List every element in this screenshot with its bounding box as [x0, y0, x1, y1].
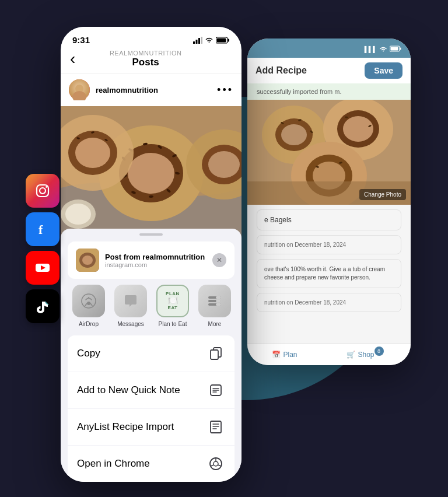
svg-point-2: [46, 186, 47, 188]
recipe-name-field[interactable]: e Bagels: [257, 209, 401, 230]
close-icon[interactable]: ✕: [212, 253, 226, 267]
quick-note-action[interactable]: Add to New Quick Note: [68, 372, 235, 409]
more-app[interactable]: More: [198, 285, 231, 327]
plan-to-eat-label: Plan to Eat: [159, 321, 187, 327]
airdrop-app[interactable]: AirDrop: [72, 285, 105, 327]
svg-rect-27: [193, 41, 195, 44]
svg-rect-7: [400, 48, 401, 50]
share-source-domain: instagram.com: [105, 261, 205, 268]
svg-line-87: [211, 465, 214, 466]
quick-note-label: Add to New Quick Note: [77, 384, 180, 396]
share-source-thumbnail: [76, 249, 99, 272]
airdrop-icon: [72, 285, 105, 317]
change-photo-button[interactable]: Change Photo: [359, 189, 406, 200]
back-phone-status-bar: ▌▌▌: [247, 38, 411, 58]
svg-point-15: [343, 116, 373, 142]
share-apps-row: AirDrop Messages PLAN: [61, 285, 242, 327]
import-success-message: successfully imported from m.: [247, 83, 411, 100]
svg-rect-71: [216, 296, 221, 299]
svg-point-12: [281, 124, 307, 145]
instagram-icon[interactable]: [26, 174, 60, 208]
tiktok-icon[interactable]: [26, 289, 60, 323]
svg-text:f: f: [38, 222, 43, 237]
signal-icon: ▌▌▌: [365, 46, 377, 52]
back-phone-footer: 📅 Plan 🛒 Shop 8: [247, 344, 411, 365]
page-title: Posts: [110, 57, 182, 68]
save-button[interactable]: Save: [365, 62, 402, 79]
svg-rect-73: [216, 303, 221, 306]
anylist-action[interactable]: AnyList Recipe Import: [68, 409, 235, 446]
plan-to-eat-icon: PLAN 🍽️ EAT: [156, 285, 189, 317]
share-source-title: Post from realmomnutrition: [105, 253, 205, 261]
status-time: 9:31: [72, 35, 90, 45]
svg-point-67: [87, 302, 90, 305]
recipe-source2-field: nutrition on December 18, 2024: [257, 293, 401, 312]
share-sheet: Post from realmomnutrition instagram.com…: [61, 229, 242, 482]
recipe-notes-field[interactable]: ove that's 100% worth it. Give a a tub o…: [257, 259, 401, 288]
messages-label: Messages: [117, 321, 144, 327]
wifi-icon: [379, 46, 387, 53]
anylist-label: AnyList Recipe Import: [77, 421, 174, 433]
tab-shop[interactable]: 🛒 Shop 8: [346, 350, 386, 359]
back-phone: ▌▌▌ Add Recipe Save successfully importe…: [247, 38, 411, 365]
chrome-icon: [206, 454, 225, 473]
youtube-icon[interactable]: [26, 251, 60, 285]
recipe-fields: e Bagels nutrition on December 18, 2024 …: [247, 205, 411, 321]
scene: f ▌▌▌: [26, 21, 422, 476]
svg-rect-28: [196, 40, 198, 44]
messages-app[interactable]: Messages: [114, 285, 147, 327]
status-icons: [193, 37, 230, 44]
svg-rect-75: [211, 350, 218, 359]
svg-rect-30: [201, 37, 203, 44]
more-icon: [198, 285, 231, 317]
svg-point-41: [128, 153, 174, 194]
instagram-nav: ‹ REALMOMNUTRITION Posts: [61, 45, 242, 74]
avatar: [69, 79, 90, 100]
copy-icon: [206, 344, 225, 363]
tab-plan[interactable]: 📅 Plan: [272, 351, 297, 359]
recipe-source-field[interactable]: nutrition on December 18, 2024: [257, 235, 401, 254]
copy-action[interactable]: Copy: [68, 335, 235, 372]
svg-rect-72: [216, 300, 221, 302]
svg-point-65: [82, 256, 93, 265]
sheet-handle: [139, 233, 163, 236]
post-author: realmomnutrition: [69, 79, 158, 100]
share-source-info: Post from realmomnutrition instagram.com: [105, 253, 205, 268]
shop-icon: 🛒: [346, 351, 355, 359]
share-source-card: Post from realmomnutrition instagram.com…: [68, 242, 235, 279]
airdrop-label: AirDrop: [79, 321, 99, 327]
plan-icon: 📅: [272, 351, 281, 359]
svg-point-66: [82, 294, 96, 308]
svg-point-54: [75, 138, 110, 168]
social-icons-container: f: [26, 174, 60, 323]
post-image: [61, 106, 242, 240]
battery-icon: [390, 46, 401, 53]
post-header: realmomnutrition •••: [61, 74, 242, 106]
svg-rect-32: [228, 38, 230, 41]
recipe-image: Change Photo: [247, 100, 411, 205]
share-source-left: Post from realmomnutrition instagram.com: [76, 249, 205, 272]
add-recipe-title: Add Recipe: [256, 65, 307, 76]
svg-rect-33: [217, 38, 226, 42]
svg-rect-8: [391, 47, 398, 51]
svg-point-62: [65, 204, 91, 225]
svg-point-60: [208, 151, 240, 178]
channel-name: REALMOMNUTRITION: [110, 50, 182, 57]
svg-point-85: [214, 461, 218, 466]
front-phone: 9:31 ‹ REALMOMNUTRITION Posts: [61, 27, 242, 482]
chrome-action[interactable]: Open in Chrome: [68, 446, 235, 482]
shop-badge: 8: [374, 346, 384, 356]
share-actions-list: Copy Add to New Quick Note: [68, 335, 235, 482]
svg-point-1: [40, 188, 46, 194]
more-options-icon[interactable]: •••: [217, 84, 233, 96]
svg-rect-29: [198, 38, 200, 44]
more-label: More: [208, 321, 222, 327]
facebook-icon[interactable]: f: [26, 212, 60, 246]
messages-icon: [114, 285, 147, 317]
front-phone-status-bar: 9:31: [61, 27, 242, 45]
svg-rect-80: [211, 421, 221, 433]
copy-label: Copy: [77, 348, 100, 359]
quick-note-icon: [206, 381, 225, 400]
plan-to-eat-app[interactable]: PLAN 🍽️ EAT Plan to Eat: [156, 285, 189, 327]
back-arrow-icon[interactable]: ‹: [70, 50, 75, 68]
